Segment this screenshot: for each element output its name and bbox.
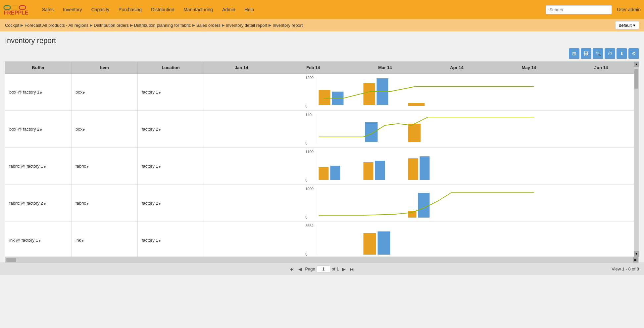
- cell-location: factory 2: [138, 185, 204, 222]
- chart-cell-5: 3552 0: [204, 222, 639, 257]
- location-link[interactable]: factory 2: [142, 201, 161, 206]
- buffer-link[interactable]: ink @ factory 1: [9, 238, 41, 243]
- download-button[interactable]: ⬇: [617, 48, 627, 59]
- first-page-button[interactable]: ⏮: [288, 266, 295, 272]
- page-title: Inventory report: [5, 36, 639, 45]
- svg-rect-22: [364, 162, 373, 180]
- location-link[interactable]: factory 2: [142, 127, 161, 132]
- grid-icon: ⊞: [572, 51, 576, 56]
- next-page-button[interactable]: ▶: [341, 266, 347, 272]
- breadcrumb: Cockpit ▶ Forecast All products - All re…: [5, 23, 303, 28]
- last-page-button[interactable]: ⏭: [349, 266, 356, 272]
- time-button[interactable]: ⏱: [605, 48, 615, 59]
- breadcrumb-cockpit[interactable]: Cockpit: [5, 23, 19, 28]
- svg-rect-2: [19, 6, 26, 9]
- nav-capacity[interactable]: Capacity: [87, 0, 114, 19]
- svg-rect-24: [408, 158, 418, 180]
- cell-location: factory 1: [138, 222, 204, 257]
- vertical-scrollbar: ▲ ▼: [634, 62, 639, 257]
- item-link[interactable]: fabric: [75, 164, 89, 169]
- nav-inventory[interactable]: Inventory: [58, 0, 87, 19]
- cell-location: factory 2: [138, 111, 204, 148]
- svg-rect-30: [418, 193, 430, 218]
- nav-distribution[interactable]: Distribution: [146, 0, 179, 19]
- table-row: fabric @ factory 1 fabric factory 1 1100…: [5, 148, 639, 185]
- scroll-down-button[interactable]: ▼: [634, 251, 639, 257]
- breadcrumb-dist-orders[interactable]: Distribution orders: [94, 23, 129, 28]
- item-link[interactable]: box: [75, 90, 85, 95]
- cell-item: fabric: [72, 148, 138, 185]
- image-view-button[interactable]: 🖼: [581, 48, 591, 59]
- grid-view-button[interactable]: ⊞: [569, 48, 579, 59]
- scroll-up-button[interactable]: ▲: [634, 62, 639, 67]
- settings-button[interactable]: ⚙: [628, 48, 639, 59]
- item-link[interactable]: fabric: [75, 201, 89, 206]
- sep-6: ▶: [269, 23, 271, 27]
- cell-item: box: [72, 74, 138, 111]
- chart-svg-1: 1200 0: [205, 75, 637, 108]
- data-table: Buffer Item Location Jan 14 Feb 14 Mar 1…: [5, 62, 639, 263]
- breadcrumb-forecast[interactable]: Forecast All products - All regions: [25, 23, 88, 28]
- chart-svg-5: 3552 0: [205, 223, 637, 256]
- svg-text:0: 0: [306, 141, 308, 145]
- buffer-link[interactable]: fabric @ factory 1: [9, 164, 46, 169]
- col-location: Location: [138, 62, 204, 74]
- search-columns-button[interactable]: 🔍: [593, 48, 603, 59]
- table-row: box @ factory 1 box factory 1 1200 0: [5, 74, 639, 111]
- buffer-link[interactable]: fabric @ factory 2: [9, 201, 46, 206]
- svg-text:0: 0: [306, 178, 308, 182]
- location-link[interactable]: factory 1: [142, 238, 161, 243]
- cell-item: box: [72, 111, 138, 148]
- svg-text:1000: 1000: [306, 187, 314, 191]
- breadcrumb-dist-fabric[interactable]: Distribution planning for fabric: [134, 23, 191, 28]
- svg-text:140: 140: [306, 113, 312, 117]
- svg-rect-34: [364, 233, 376, 255]
- h-scroll-right-button[interactable]: ▶: [633, 257, 638, 263]
- svg-rect-20: [319, 167, 329, 180]
- gear-icon: ⚙: [632, 51, 636, 56]
- brand-logo[interactable]: FREPPLE: [3, 3, 32, 17]
- page-label: Page: [305, 266, 315, 271]
- scroll-thumb[interactable]: [634, 69, 638, 89]
- h-scroll-thumb[interactable]: [6, 258, 16, 262]
- nav-manufacturing[interactable]: Manufacturing: [179, 0, 218, 19]
- svg-rect-1: [12, 6, 18, 9]
- default-dropdown-button[interactable]: default ▾: [615, 21, 639, 29]
- table-row: box @ factory 2 box factory 2 140 0: [5, 111, 639, 148]
- chart-cell-3: 1100 0: [204, 148, 639, 185]
- breadcrumb-inv-detail[interactable]: Inventory detail report: [226, 23, 268, 28]
- pagination-bar: ⏮ ◀ Page of 1 ▶ ⏭ View 1 - 8 of 8: [0, 263, 644, 275]
- buffer-link[interactable]: box @ factory 1: [9, 90, 43, 95]
- svg-rect-9: [364, 83, 375, 105]
- user-menu[interactable]: User admin: [617, 7, 641, 12]
- prev-page-button[interactable]: ◀: [297, 266, 303, 272]
- location-link[interactable]: factory 1: [142, 164, 161, 169]
- item-link[interactable]: box: [75, 127, 85, 132]
- table-row: ink @ factory 1 ink factory 1 3552 0: [5, 222, 639, 257]
- toolbar: ⊞ 🖼 🔍 ⏱ ⬇ ⚙: [5, 48, 639, 59]
- search-input[interactable]: [546, 5, 612, 14]
- location-link[interactable]: factory 1: [142, 90, 161, 95]
- cell-location: factory 1: [138, 148, 204, 185]
- item-link[interactable]: ink: [75, 238, 84, 243]
- col-chart: Jan 14 Feb 14 Mar 14 Apr 14 May 14 Jun 1…: [204, 62, 639, 74]
- svg-text:1100: 1100: [306, 150, 314, 154]
- svg-rect-35: [378, 231, 390, 255]
- sep-3: ▶: [130, 23, 133, 27]
- table-row: fabric @ factory 2 fabric factory 2 1000…: [5, 185, 639, 222]
- svg-rect-21: [330, 166, 340, 180]
- month-apr14: Apr 14: [450, 65, 463, 70]
- cell-buffer: box @ factory 2: [5, 111, 72, 148]
- chart-cell-4: 1000 0: [204, 185, 639, 222]
- svg-text:0: 0: [306, 252, 308, 256]
- buffer-link[interactable]: box @ factory 2: [9, 127, 43, 132]
- nav-help[interactable]: Help: [240, 0, 259, 19]
- svg-text:3552: 3552: [306, 224, 314, 228]
- nav-admin[interactable]: Admin: [218, 0, 240, 19]
- page-number-input[interactable]: [317, 266, 330, 272]
- breadcrumb-sales-orders[interactable]: Sales orders: [196, 23, 221, 28]
- default-label: default: [619, 23, 632, 28]
- nav-purchasing[interactable]: Purchasing: [114, 0, 146, 19]
- svg-text:1200: 1200: [306, 76, 314, 80]
- nav-sales[interactable]: Sales: [37, 0, 58, 19]
